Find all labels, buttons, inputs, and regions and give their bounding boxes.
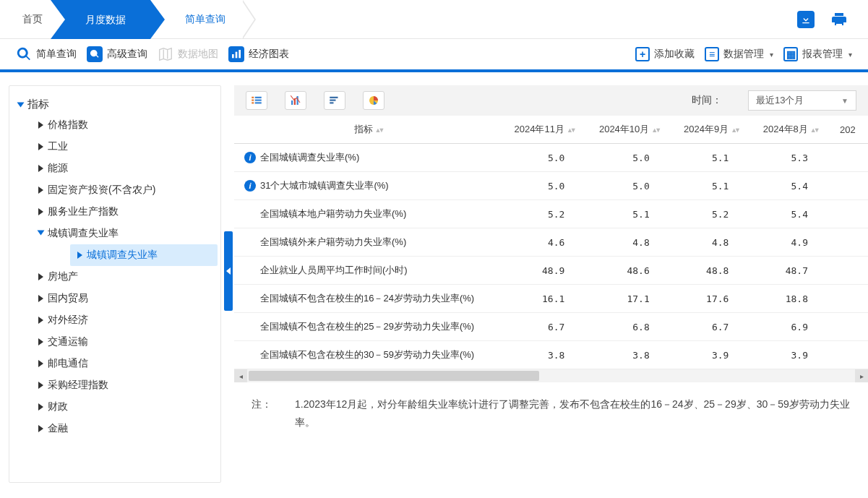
- scroll-right-button[interactable]: ▸: [855, 369, 868, 382]
- scroll-track[interactable]: [249, 371, 854, 381]
- sidebar-subitem[interactable]: 城镇调查失业率: [70, 244, 218, 266]
- col-header[interactable]: 2024年10月▲▼: [586, 116, 671, 144]
- search-bold-icon: [87, 46, 103, 62]
- plus-icon: +: [635, 47, 650, 61]
- sidebar-item[interactable]: 能源: [34, 158, 218, 179]
- col-header-partial[interactable]: 202: [830, 116, 868, 144]
- sidebar-item[interactable]: 工业: [34, 136, 218, 158]
- sidebar-item[interactable]: 价格指数: [34, 114, 218, 136]
- chevron-right-icon: [38, 165, 43, 172]
- sidebar-item[interactable]: 固定资产投资(不含农户): [34, 179, 218, 201]
- col-header-name[interactable]: 指标▲▼: [234, 116, 502, 144]
- value-cell: 5.4: [750, 200, 830, 228]
- data-table-wrap: 指标▲▼2024年11月▲▼2024年10月▲▼2024年9月▲▼2024年8月…: [234, 116, 868, 369]
- value-cell: 5.0: [502, 172, 586, 200]
- chevron-right-icon: [38, 273, 43, 280]
- download-icon[interactable]: [797, 11, 815, 28]
- hbar-chart-button[interactable]: [324, 91, 345, 110]
- pie-chart-button[interactable]: [363, 91, 384, 110]
- sidebar-item[interactable]: 金融: [34, 418, 218, 439]
- sidebar-item-label: 价格指数: [48, 119, 88, 132]
- data-management-button[interactable]: ≡ 数据管理 ▾: [705, 47, 773, 61]
- row-name-cell: 全国城镇外来户籍劳动力失业率(%): [234, 228, 502, 257]
- sidebar: 指标 价格指数工业能源固定资产投资(不含农户)服务业生产指数城镇调查失业率城镇调…: [0, 72, 224, 496]
- svg-rect-12: [330, 97, 338, 98]
- sidebar-item[interactable]: 交通运输: [34, 331, 218, 353]
- value-cell: 5.4: [750, 172, 830, 200]
- data-table: 指标▲▼2024年11月▲▼2024年10月▲▼2024年9月▲▼2024年8月…: [234, 116, 868, 369]
- breadcrumb-second[interactable]: 简单查询: [185, 13, 243, 26]
- horizontal-scrollbar[interactable]: ◂ ▸: [234, 369, 868, 382]
- table-row: 全国城镇不包含在校生的16－24岁劳动力失业率(%)16.117.117.618…: [234, 285, 868, 313]
- row-name-cell: 全国城镇本地户籍劳动力失业率(%): [234, 200, 502, 228]
- footnote-text: 1.2023年12月起，对分年龄组失业率统计进行了调整完善，发布不包含在校生的1…: [295, 395, 851, 432]
- econ-chart-label: 经济图表: [249, 48, 289, 61]
- sidebar-item[interactable]: 房地产: [34, 266, 218, 288]
- footnote-label: 注：: [252, 395, 295, 432]
- chevron-right-icon: [38, 143, 43, 150]
- chevron-right-icon: [77, 252, 82, 259]
- sidebar-item-label: 房地产: [48, 270, 78, 283]
- col-header[interactable]: 2024年8月▲▼: [750, 116, 830, 144]
- chevron-right-icon: [38, 403, 43, 411]
- chevron-down-icon: [17, 102, 25, 107]
- sidebar-item-label: 固定资产投资(不含农户): [48, 184, 155, 197]
- value-cell: 6.9: [750, 313, 830, 341]
- svg-rect-6: [255, 97, 262, 98]
- value-cell: [830, 313, 868, 341]
- sidebar-item-label: 对外经济: [48, 314, 88, 327]
- sidebar-item[interactable]: 邮电通信: [34, 353, 218, 374]
- table-row: i全国城镇调查失业率(%)5.05.05.15.3: [234, 144, 868, 172]
- add-favorite-button[interactable]: + 添加收藏: [635, 47, 695, 61]
- time-range-select[interactable]: 最近13个月 ▼: [748, 90, 856, 111]
- toolbar: 简单查询 高级查询 数据地图 经济图表 + 添加收藏 ≡ 数据管理 ▾ ▦ 报表…: [0, 39, 868, 72]
- map-icon: [158, 46, 173, 62]
- chevron-down-icon: [38, 231, 45, 236]
- chevron-right-icon: [38, 208, 43, 215]
- sidebar-item-label: 国内贸易: [48, 292, 88, 305]
- col-header[interactable]: 2024年11月▲▼: [502, 116, 586, 144]
- tree-root[interactable]: 指标: [12, 95, 218, 114]
- svg-rect-5: [252, 102, 254, 103]
- breadcrumb-active[interactable]: 月度数据: [65, 0, 150, 39]
- print-icon[interactable]: [830, 11, 848, 28]
- value-cell: 3.8: [586, 341, 671, 369]
- row-name-cell: i全国城镇调查失业率(%): [234, 144, 502, 172]
- advanced-query-button[interactable]: 高级查询: [87, 46, 147, 62]
- sidebar-item[interactable]: 对外经济: [34, 309, 218, 331]
- value-cell: 48.6: [586, 257, 671, 285]
- sidebar-item[interactable]: 国内贸易: [34, 288, 218, 309]
- scroll-thumb[interactable]: [249, 371, 539, 381]
- report-management-label: 报表管理: [802, 48, 843, 61]
- value-cell: 16.1: [502, 285, 586, 313]
- panel-collapse-handle[interactable]: [224, 231, 233, 311]
- info-icon[interactable]: i: [244, 152, 256, 163]
- report-management-button[interactable]: ▦ 报表管理 ▾: [783, 47, 852, 61]
- simple-query-button[interactable]: 简单查询: [16, 46, 77, 62]
- value-cell: 5.0: [586, 144, 671, 172]
- svg-rect-7: [255, 100, 262, 101]
- row-name-cell: 全国城镇不包含在校生的16－24岁劳动力失业率(%): [234, 285, 502, 313]
- sidebar-item[interactable]: 服务业生产指数: [34, 201, 218, 223]
- table-view-button[interactable]: [246, 91, 267, 110]
- data-map-button[interactable]: 数据地图: [158, 46, 218, 62]
- table-row: 全国城镇外来户籍劳动力失业率(%)4.64.84.84.9: [234, 228, 868, 257]
- chevron-right-icon: [38, 295, 43, 302]
- chevron-right-icon: [38, 338, 43, 345]
- value-cell: [830, 228, 868, 257]
- value-cell: 17.1: [586, 285, 671, 313]
- sidebar-item[interactable]: 城镇调查失业率: [34, 223, 218, 244]
- row-name-cell: 全国城镇不包含在校生的25－29岁劳动力失业率(%): [234, 313, 502, 341]
- breadcrumb-second-label: 简单查询: [185, 13, 225, 25]
- value-cell: 48.9: [502, 257, 586, 285]
- econ-chart-button[interactable]: 经济图表: [228, 46, 289, 62]
- sidebar-item[interactable]: 采购经理指数: [34, 374, 218, 396]
- col-header[interactable]: 2024年9月▲▼: [671, 116, 751, 144]
- content: 时间： 最近13个月 ▼ 指标▲▼2024年11月▲▼2024年10月▲▼202…: [224, 72, 868, 496]
- sidebar-item[interactable]: 财政: [34, 396, 218, 418]
- bar-chart-button[interactable]: [285, 91, 306, 110]
- chevron-down-icon: ▾: [770, 51, 773, 59]
- scroll-left-button[interactable]: ◂: [234, 369, 247, 382]
- value-cell: 5.1: [586, 200, 671, 228]
- info-icon[interactable]: i: [244, 180, 256, 192]
